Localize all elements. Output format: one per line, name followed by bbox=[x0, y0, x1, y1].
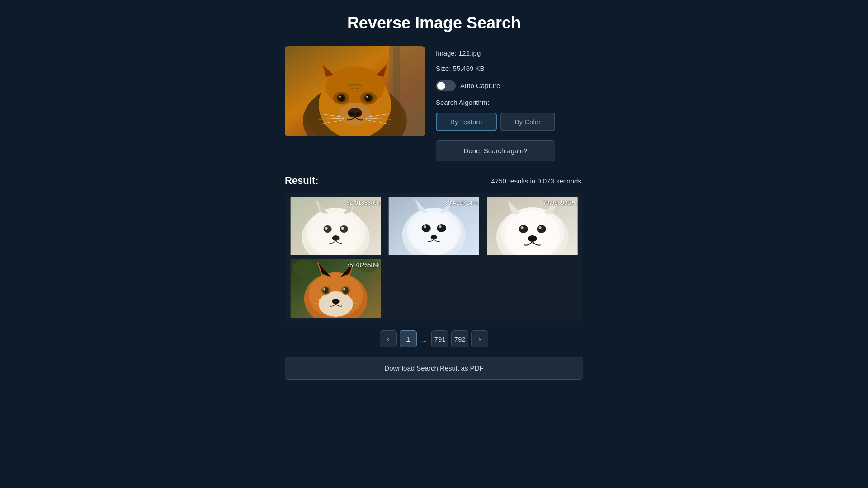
svg-point-73 bbox=[520, 226, 523, 229]
page-title: Reverse Image Search bbox=[347, 14, 521, 33]
result-placeholder-6 bbox=[485, 259, 580, 318]
next-page-button[interactable]: › bbox=[471, 330, 488, 347]
svg-point-72 bbox=[537, 225, 546, 233]
svg-point-46 bbox=[340, 225, 348, 233]
svg-point-74 bbox=[538, 226, 541, 229]
svg-point-13 bbox=[339, 96, 341, 98]
svg-point-14 bbox=[366, 96, 368, 98]
svg-point-55 bbox=[410, 212, 458, 255]
search-again-button[interactable]: Done. Search again? bbox=[436, 140, 555, 161]
result-label: Result: bbox=[285, 175, 319, 187]
svg-point-75 bbox=[528, 235, 537, 242]
by-texture-button[interactable]: By Texture bbox=[436, 113, 497, 131]
svg-point-21 bbox=[333, 117, 335, 118]
svg-point-60 bbox=[431, 235, 437, 239]
svg-point-18 bbox=[349, 112, 354, 116]
svg-point-71 bbox=[519, 225, 528, 233]
svg-point-45 bbox=[324, 225, 332, 233]
svg-point-93 bbox=[332, 299, 340, 304]
result-item-1[interactable]: 82.018886% bbox=[288, 197, 383, 255]
image-size: Size: 55.469 KB bbox=[436, 63, 555, 74]
svg-point-11 bbox=[339, 95, 344, 101]
page-792-button[interactable]: 792 bbox=[451, 330, 468, 347]
svg-point-19 bbox=[356, 112, 360, 116]
svg-point-48 bbox=[341, 227, 344, 230]
result-percentage-1: 82.018886% bbox=[346, 199, 379, 206]
ellipsis: ... bbox=[420, 335, 429, 343]
svg-point-57 bbox=[437, 224, 446, 232]
image-filename: Image: 122.jpg bbox=[436, 48, 555, 59]
svg-point-49 bbox=[332, 235, 340, 241]
download-pdf-button[interactable]: Download Search Result as PDF bbox=[285, 357, 583, 380]
svg-point-47 bbox=[325, 227, 328, 230]
svg-point-77 bbox=[293, 260, 316, 276]
prev-page-button[interactable]: ‹ bbox=[380, 330, 397, 347]
image-info-panel: Image: 122.jpg Size: 55.469 KB Auto Capt… bbox=[436, 46, 555, 161]
result-percentage-2: 80.419724% bbox=[445, 199, 478, 206]
page-791-button[interactable]: 791 bbox=[431, 330, 448, 347]
result-item-3[interactable]: 79.968905% bbox=[485, 197, 580, 255]
by-color-button[interactable]: By Color bbox=[500, 113, 556, 131]
uploaded-image bbox=[285, 46, 425, 136]
page-1-button[interactable]: 1 bbox=[400, 330, 417, 347]
result-percentage-3: 79.968905% bbox=[543, 199, 576, 206]
auto-capture-row: Auto Capture bbox=[436, 80, 555, 91]
svg-point-59 bbox=[439, 225, 442, 228]
algorithm-buttons: By Texture By Color bbox=[436, 113, 555, 131]
svg-point-58 bbox=[424, 225, 426, 228]
svg-point-24 bbox=[375, 117, 377, 118]
toggle-slider bbox=[436, 80, 456, 91]
results-header: Result: 4750 results in 0.073 seconds. bbox=[285, 175, 583, 187]
auto-capture-label: Auto Capture bbox=[460, 80, 500, 91]
svg-point-36 bbox=[372, 124, 374, 127]
search-algorithm-label: Search Algorithm: bbox=[436, 99, 555, 106]
svg-point-56 bbox=[422, 224, 431, 232]
result-item-2[interactable]: 80.419724% bbox=[387, 197, 481, 255]
svg-point-91 bbox=[323, 288, 326, 291]
result-placeholder-5 bbox=[387, 259, 481, 318]
auto-capture-toggle[interactable] bbox=[436, 80, 456, 91]
result-count: 4750 results in 0.073 seconds. bbox=[491, 177, 583, 185]
svg-point-12 bbox=[366, 95, 371, 101]
result-item-4[interactable]: 75.782658% bbox=[288, 259, 383, 318]
result-percentage-4: 75.782658% bbox=[346, 262, 379, 268]
pagination: ‹ 1 ... 791 792 › bbox=[285, 330, 583, 347]
results-grid: 82.018886% bbox=[285, 193, 583, 321]
svg-point-92 bbox=[343, 288, 345, 291]
